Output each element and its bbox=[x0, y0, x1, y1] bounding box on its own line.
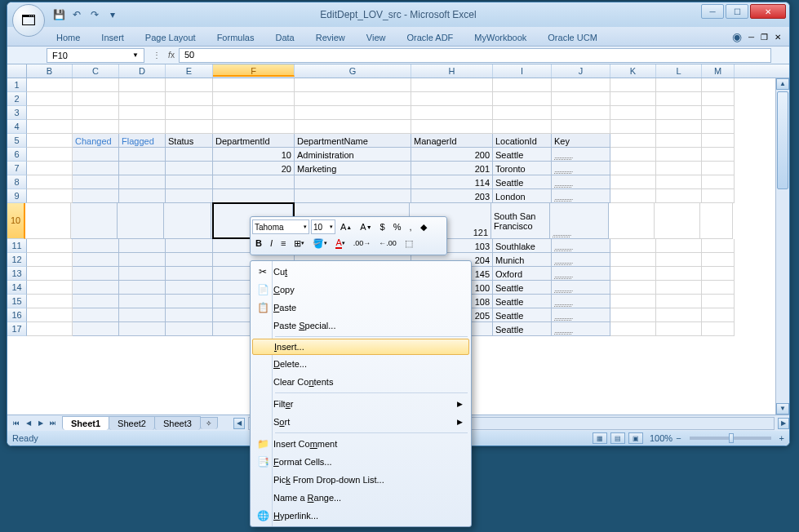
cell-M16[interactable] bbox=[702, 308, 735, 322]
cell-L9[interactable] bbox=[656, 189, 702, 203]
row-header-7[interactable]: 7 bbox=[7, 162, 27, 175]
cell-G7[interactable]: Marketing bbox=[295, 162, 411, 175]
cell-J15[interactable]: ............... bbox=[552, 295, 610, 308]
name-box[interactable]: F10 ▼ bbox=[47, 48, 144, 63]
cell-G9[interactable] bbox=[295, 189, 411, 203]
merge-center-icon[interactable]: ⬚ bbox=[402, 235, 416, 251]
sheet-tab-3[interactable]: Sheet3 bbox=[154, 416, 201, 430]
percent-format-icon[interactable]: % bbox=[390, 219, 405, 235]
cell-F5[interactable]: DepartmentId bbox=[213, 134, 295, 148]
ctx-item-12[interactable]: 📁Insert Comment bbox=[252, 435, 469, 453]
cell-E9[interactable] bbox=[166, 189, 213, 203]
formula-input[interactable]: 50 bbox=[179, 48, 771, 63]
cell-J9[interactable]: ............... bbox=[552, 189, 610, 203]
cell-H9[interactable]: 203 bbox=[411, 189, 493, 203]
cell-K6[interactable] bbox=[610, 148, 656, 162]
row-header-5[interactable]: 5 bbox=[7, 134, 27, 148]
sheet-tab-1[interactable]: Sheet1 bbox=[62, 416, 109, 430]
cell-I13[interactable]: Oxford bbox=[493, 267, 552, 281]
cell-I10[interactable]: South San Francisco bbox=[491, 203, 550, 239]
cell-E2[interactable] bbox=[166, 92, 213, 106]
cell-H5[interactable]: ManagerId bbox=[411, 134, 493, 148]
ctx-item-7[interactable]: Clear Contents bbox=[252, 373, 469, 391]
cell-D6[interactable] bbox=[119, 148, 166, 162]
cell-E14[interactable] bbox=[166, 281, 213, 295]
ribbon-tab-review[interactable]: Review bbox=[313, 29, 348, 46]
select-all-corner[interactable] bbox=[7, 64, 27, 78]
col-header-I[interactable]: I bbox=[493, 64, 552, 78]
col-header-F[interactable]: F bbox=[213, 64, 295, 77]
cell-M12[interactable] bbox=[702, 253, 735, 267]
cell-K8[interactable] bbox=[610, 175, 656, 189]
cell-C1[interactable] bbox=[73, 78, 119, 92]
cell-M8[interactable] bbox=[702, 175, 735, 189]
cell-C6[interactable] bbox=[73, 148, 119, 162]
cell-F4[interactable] bbox=[213, 120, 295, 134]
cell-E10[interactable] bbox=[164, 203, 211, 239]
minimize-button[interactable]: ─ bbox=[701, 4, 724, 19]
row-header-9[interactable]: 9 bbox=[7, 189, 27, 203]
close-button[interactable]: ✕ bbox=[750, 4, 786, 19]
cell-F8[interactable] bbox=[213, 175, 295, 189]
cell-M7[interactable] bbox=[702, 162, 735, 175]
cell-H2[interactable] bbox=[411, 92, 493, 106]
col-header-B[interactable]: B bbox=[27, 64, 73, 78]
cell-M11[interactable] bbox=[702, 239, 735, 253]
cell-D16[interactable] bbox=[119, 308, 166, 322]
cell-C12[interactable] bbox=[73, 253, 119, 267]
cell-J6[interactable]: ............... bbox=[552, 148, 610, 162]
cell-C14[interactable] bbox=[73, 281, 119, 295]
cell-E17[interactable] bbox=[166, 322, 213, 336]
cell-D2[interactable] bbox=[119, 92, 166, 106]
namebox-dropdown-icon[interactable]: ⋮ bbox=[149, 48, 164, 63]
cell-M2[interactable] bbox=[702, 92, 735, 106]
cell-B17[interactable] bbox=[27, 322, 73, 336]
scroll-right-icon[interactable]: ▶ bbox=[778, 418, 789, 429]
col-header-C[interactable]: C bbox=[73, 64, 119, 78]
cell-B14[interactable] bbox=[27, 281, 73, 295]
cell-B15[interactable] bbox=[27, 295, 73, 308]
ctx-item-6[interactable]: Delete... bbox=[252, 355, 469, 373]
ribbon-tab-myworkbook[interactable]: MyWorkbook bbox=[471, 29, 530, 46]
cell-E11[interactable] bbox=[166, 239, 213, 253]
cell-E1[interactable] bbox=[166, 78, 213, 92]
cell-J13[interactable]: ............... bbox=[552, 267, 610, 281]
comma-format-icon[interactable]: , bbox=[406, 219, 415, 235]
ctx-item-15[interactable]: Name a Range... bbox=[252, 489, 469, 507]
cell-L17[interactable] bbox=[656, 322, 702, 336]
cell-D3[interactable] bbox=[119, 106, 166, 120]
cell-C9[interactable] bbox=[73, 189, 119, 203]
row-header-8[interactable]: 8 bbox=[7, 175, 27, 189]
cell-G5[interactable]: DepartmentName bbox=[295, 134, 411, 148]
ctx-item-14[interactable]: Pick From Drop-down List... bbox=[252, 471, 469, 489]
cell-D11[interactable] bbox=[119, 239, 166, 253]
cell-L16[interactable] bbox=[656, 308, 702, 322]
font-family-combo[interactable]: Tahoma▾ bbox=[252, 219, 309, 234]
cell-M10[interactable] bbox=[700, 203, 733, 239]
ribbon-tab-oracle-adf[interactable]: Oracle ADF bbox=[403, 29, 456, 46]
scroll-up-icon[interactable]: ▲ bbox=[776, 78, 789, 90]
redo-icon[interactable]: ↷ bbox=[88, 8, 101, 21]
col-header-M[interactable]: M bbox=[702, 64, 735, 78]
cell-J17[interactable]: ............... bbox=[552, 322, 610, 336]
cell-B1[interactable] bbox=[27, 78, 73, 92]
ribbon-tab-insert[interactable]: Insert bbox=[98, 29, 127, 46]
cell-H8[interactable]: 114 bbox=[411, 175, 493, 189]
ribbon-tab-oracle-ucm[interactable]: Oracle UCM bbox=[544, 29, 601, 46]
cell-E8[interactable] bbox=[166, 175, 213, 189]
cell-C2[interactable] bbox=[73, 92, 119, 106]
cell-L7[interactable] bbox=[656, 162, 702, 175]
qat-dropdown-icon[interactable]: ▾ bbox=[106, 8, 119, 21]
cell-K11[interactable] bbox=[610, 239, 656, 253]
cell-G1[interactable] bbox=[295, 78, 411, 92]
cell-M17[interactable] bbox=[702, 322, 735, 336]
cell-C15[interactable] bbox=[73, 295, 119, 308]
vscroll-thumb[interactable] bbox=[777, 91, 788, 189]
cell-I15[interactable]: Seattle bbox=[493, 295, 552, 308]
cell-J1[interactable] bbox=[552, 78, 610, 92]
cell-H3[interactable] bbox=[411, 106, 493, 120]
cell-C4[interactable] bbox=[73, 120, 119, 134]
row-header-17[interactable]: 17 bbox=[7, 322, 27, 336]
col-header-D[interactable]: D bbox=[119, 64, 166, 78]
prev-sheet-icon[interactable]: ◀ bbox=[23, 418, 34, 429]
